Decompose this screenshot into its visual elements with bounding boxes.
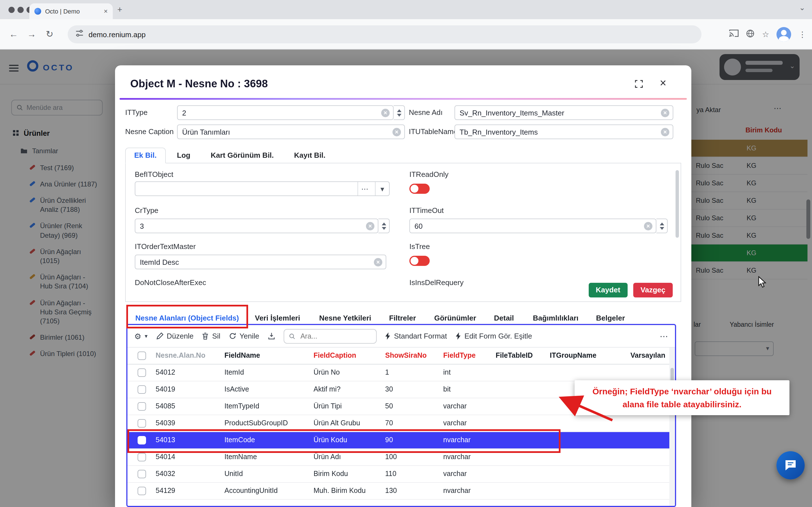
ittype-input[interactable] (181, 108, 378, 117)
tab-bagimliliklari[interactable]: Bağımlılıkları (533, 314, 578, 322)
table-row[interactable]: 54032 UnitId Birim Kodu 110 varchar (128, 466, 669, 483)
itreadonly-toggle[interactable] (409, 184, 430, 194)
tab-nesne-yetkileri[interactable]: Nesne Yetkileri (319, 314, 371, 322)
nesne-caption-input[interactable] (181, 127, 389, 136)
back-button[interactable]: ← (6, 29, 21, 39)
bookmark-star-icon[interactable]: ☆ (762, 30, 769, 39)
row-checkbox[interactable] (137, 369, 146, 377)
clear-icon[interactable]: × (661, 108, 669, 117)
tab-belgeler[interactable]: Belgeler (596, 314, 625, 322)
dropdown-chevron-button[interactable]: ▾ (375, 182, 389, 195)
edit-button[interactable]: Düzenle (156, 332, 193, 340)
crtype-field[interactable]: × (135, 219, 390, 233)
column-header[interactable]: ITGroupName (545, 348, 626, 364)
spinner-control[interactable] (394, 105, 405, 120)
spinner-control[interactable] (378, 219, 390, 233)
window-close-button[interactable] (8, 7, 15, 13)
sync-form-button[interactable]: Edit Form Gör. Eşitle (455, 332, 532, 340)
tab-kayit-bil[interactable]: Kayıt Bil. (285, 148, 335, 163)
spinner-control[interactable] (656, 219, 668, 233)
clear-icon[interactable]: × (381, 108, 390, 117)
lookup-ellipsis-button[interactable]: ⋯ (357, 182, 371, 195)
profile-avatar[interactable] (776, 27, 791, 42)
ittype-field[interactable]: × (177, 105, 405, 120)
column-header[interactable]: Varsayılan (626, 348, 674, 364)
nesne-adi-input[interactable] (458, 108, 658, 117)
nesne-adi-field[interactable]: × (455, 105, 673, 120)
refresh-button[interactable]: Yenile (229, 332, 259, 340)
new-tab-button[interactable]: + (117, 4, 122, 14)
ittimeout-field[interactable]: × (409, 219, 668, 233)
table-row[interactable]: 54129 AccountingUnitId Muh. Birim Kodu 1… (128, 483, 669, 500)
row-checkbox[interactable] (137, 385, 146, 394)
cancel-button[interactable]: Vazgeç (633, 283, 673, 297)
table-row[interactable]: 54012 ItemId Ürün No 1 int (128, 364, 669, 381)
befitobject-input[interactable] (139, 184, 354, 193)
cast-icon[interactable] (729, 29, 739, 40)
tab-kart-gorunum[interactable]: Kart Görünüm Bil. (202, 148, 283, 163)
clear-icon[interactable]: × (661, 128, 669, 136)
table-row[interactable]: 54014 ItemName Ürün Adı 100 nvarchar (128, 449, 669, 466)
row-checkbox[interactable] (137, 453, 146, 461)
tab-search-icon[interactable]: ⌄ (799, 3, 805, 12)
browser-menu-icon[interactable]: ⋮ (799, 30, 806, 39)
tab-filtreler[interactable]: Filtreler (389, 314, 416, 322)
delete-button[interactable]: Sil (202, 332, 220, 340)
nesne-caption-field[interactable]: × (177, 124, 405, 139)
chat-fab-button[interactable] (776, 451, 805, 480)
tab-favicon (35, 8, 41, 15)
forward-button[interactable]: → (24, 29, 40, 39)
object-modal: Object M - Nesne No : 3698 × ITType × Ne… (115, 65, 691, 507)
itordertextmaster-field[interactable]: × (135, 255, 386, 269)
tab-detail[interactable]: Detail (494, 314, 514, 322)
clear-icon[interactable]: × (393, 128, 401, 136)
clear-icon[interactable]: × (644, 222, 652, 230)
itutablename-input[interactable] (458, 127, 658, 136)
panel-scrollbar[interactable] (675, 170, 679, 238)
tab-close-icon[interactable]: × (104, 7, 108, 15)
grid-settings-button[interactable]: ⚙ ▾ (134, 332, 147, 341)
tab-ek-bil[interactable]: Ek Bil. (125, 148, 166, 163)
site-settings-icon[interactable] (75, 29, 84, 40)
window-minimize-button[interactable] (17, 7, 24, 13)
itordertextmaster-input[interactable] (139, 257, 370, 267)
ittimeout-input[interactable] (413, 221, 641, 231)
grid-search-input[interactable] (299, 332, 371, 341)
column-header[interactable]: FieldCaption (309, 348, 380, 364)
tab-gorunumler[interactable]: Görünümler (434, 314, 476, 322)
translate-icon[interactable] (746, 29, 755, 40)
grid-search-field[interactable] (283, 329, 376, 343)
clear-icon[interactable]: × (366, 222, 374, 230)
table-row-selected[interactable]: 54013 ItemCode Ürün Kodu 90 nvarchar (128, 432, 669, 449)
column-header[interactable]: Nesne.Alan.No (151, 348, 220, 364)
row-checkbox[interactable] (137, 402, 146, 411)
grid-header-row: Nesne.Alan.No FieldName FieldCaption Sho… (128, 348, 669, 364)
itutablename-field[interactable]: × (455, 124, 673, 139)
befitobject-field[interactable]: ⋯ ▾ (135, 181, 390, 196)
save-button[interactable]: Kaydet (589, 283, 627, 297)
row-checkbox[interactable] (137, 487, 146, 495)
modal-close-icon[interactable]: × (660, 76, 666, 90)
fullscreen-icon[interactable] (635, 80, 643, 90)
grid-more-icon[interactable]: ⋯ (660, 331, 668, 341)
reload-button[interactable]: ↻ (42, 29, 57, 40)
column-header[interactable]: FieldType (439, 348, 491, 364)
table-row[interactable]: 54039 ProductSubGroupID Ürün Alt Grubu 7… (128, 415, 669, 432)
address-bar[interactable]: demo.renium.app (68, 25, 702, 43)
istree-toggle[interactable] (409, 256, 430, 266)
crtype-input[interactable] (139, 221, 363, 231)
browser-tab[interactable]: Octo | Demo × (29, 3, 113, 19)
column-header[interactable]: FileTableID (491, 348, 545, 364)
standard-format-button[interactable]: Standart Format (385, 332, 447, 340)
row-checkbox[interactable] (137, 436, 146, 445)
clear-icon[interactable]: × (374, 258, 382, 266)
import-button[interactable] (267, 332, 275, 340)
row-checkbox[interactable] (137, 470, 146, 478)
column-header[interactable]: FieldName (220, 348, 309, 364)
row-checkbox[interactable] (137, 419, 146, 428)
tab-veri-islemleri[interactable]: Veri İşlemleri (255, 314, 300, 322)
tab-log[interactable]: Log (168, 148, 200, 163)
tab-nesne-alanlari[interactable]: Nesne Alanları (Object Fields) (135, 314, 239, 322)
column-header[interactable]: ShowSiraNo (380, 348, 439, 364)
select-all-checkbox[interactable] (137, 351, 146, 360)
